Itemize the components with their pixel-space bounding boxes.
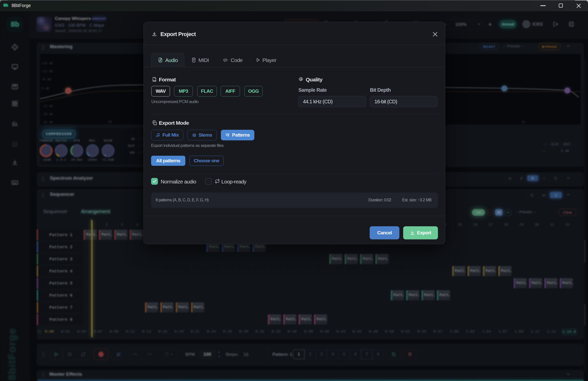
svg-text:DOC: DOC	[153, 80, 156, 81]
